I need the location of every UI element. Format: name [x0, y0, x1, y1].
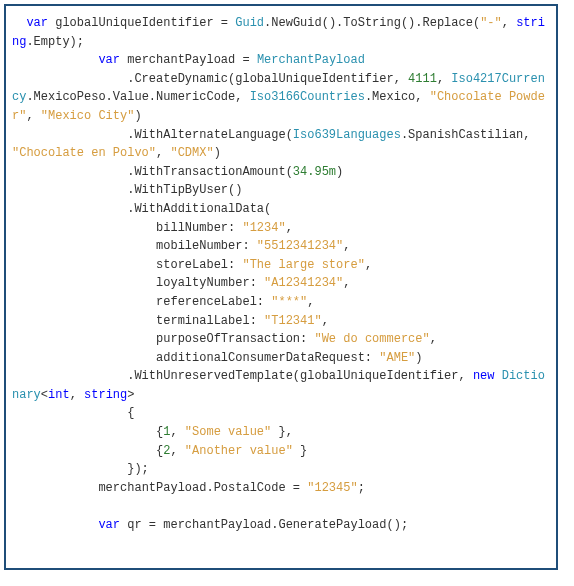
number-literal: 34.95m: [293, 165, 336, 179]
string-literal: "Mexico City": [41, 109, 135, 123]
call: .WithAdditionalData(: [12, 202, 271, 216]
arg: billNumber:: [12, 221, 242, 235]
call: .WithTipByUser(): [12, 183, 242, 197]
entry-end: }: [293, 444, 307, 458]
kw-var: var: [26, 16, 48, 30]
string-literal: "***": [271, 295, 307, 309]
ident: globalUniqueIdentifier: [55, 16, 213, 30]
arg: terminalLabel:: [12, 314, 264, 328]
string-literal: "Chocolate en Polvo": [12, 146, 156, 160]
call: .NewGuid().ToString().Replace(: [264, 16, 480, 30]
kw-new: new: [473, 369, 495, 383]
arg: mobileNumber:: [12, 239, 257, 253]
string-literal: "5512341234": [257, 239, 343, 253]
stmt: qr = merchantPayload.GeneratePayload();: [120, 518, 408, 532]
ident: merchantPayload: [127, 53, 235, 67]
brace: });: [12, 462, 149, 476]
string-literal: "T12341": [264, 314, 322, 328]
call: .WithTransactionAmount(: [12, 165, 293, 179]
call: .Empty);: [26, 35, 84, 49]
kw-int: int: [48, 388, 70, 402]
tail: .MexicoPeso.Value.NumericCode,: [26, 90, 249, 104]
string-literal: "CDMX": [170, 146, 213, 160]
code-block: var globalUniqueIdentifier = Guid.NewGui…: [12, 14, 550, 535]
brace: {: [12, 406, 134, 420]
code-frame: var globalUniqueIdentifier = Guid.NewGui…: [4, 4, 558, 570]
string-literal: "We do commerce": [314, 332, 429, 346]
string-literal: "The large store": [242, 258, 364, 272]
type: Iso639Languages: [293, 128, 401, 142]
type: Iso3166Countries: [250, 90, 365, 104]
call: .CreateDynamic(globalUniqueIdentifier,: [12, 72, 408, 86]
entry-end: },: [271, 425, 293, 439]
call: .WithUnreservedTemplate(globalUniqueIden…: [12, 369, 473, 383]
number-literal: 2: [163, 444, 170, 458]
string-literal: "1234": [242, 221, 285, 235]
string-literal: "AME": [379, 351, 415, 365]
entry: {: [12, 444, 163, 458]
type: Guid: [235, 16, 264, 30]
arg: referenceLabel:: [12, 295, 271, 309]
arg: additionalConsumerDataRequest:: [12, 351, 379, 365]
string-literal: "-": [480, 16, 502, 30]
kw-string: string: [84, 388, 127, 402]
string-literal: "A12341234": [264, 276, 343, 290]
arg: purposeOfTransaction:: [12, 332, 314, 346]
number-literal: 4111: [408, 72, 437, 86]
entry: {: [12, 425, 163, 439]
string-literal: "12345": [307, 481, 357, 495]
arg: loyaltyNumber:: [12, 276, 264, 290]
tail: .Mexico,: [365, 90, 430, 104]
string-literal: "Another value": [185, 444, 293, 458]
number-literal: 1: [163, 425, 170, 439]
call: .WithAlternateLanguage(: [12, 128, 293, 142]
tail: .SpanishCastilian,: [401, 128, 538, 142]
kw-var: var: [98, 518, 120, 532]
arg: storeLabel:: [12, 258, 242, 272]
indent: [12, 518, 98, 532]
kw-var: var: [98, 53, 120, 67]
string-literal: "Some value": [185, 425, 271, 439]
type: MerchantPayload: [257, 53, 365, 67]
stmt: merchantPayload.PostalCode =: [12, 481, 307, 495]
